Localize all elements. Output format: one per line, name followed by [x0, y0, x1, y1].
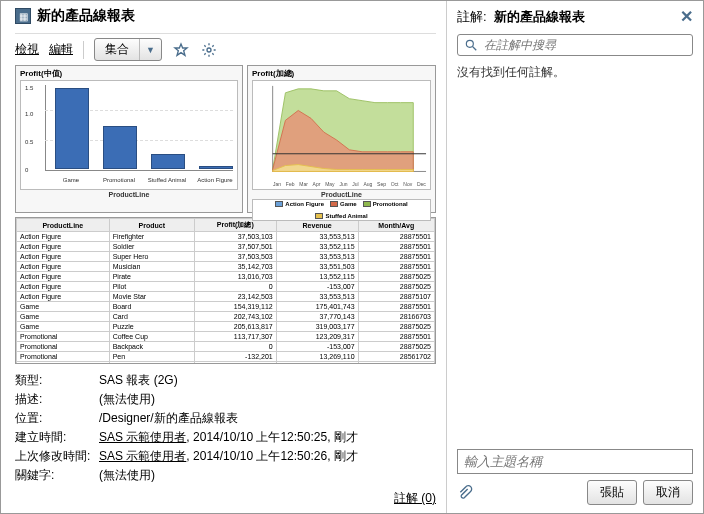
chevron-down-icon: ▼ [140, 39, 161, 60]
meta-location: /Designer/新的產品線報表 [99, 410, 238, 427]
chart-row: Profit(中值) 0 0.5 1.0 1.5 Game Promotiona… [15, 65, 436, 213]
report-icon: ▦ [15, 8, 31, 24]
table-row: PromotionalBackpack0-153,00728875025 [17, 342, 435, 352]
annotation-search[interactable] [457, 34, 693, 56]
data-table-wrap: ProductLineProductProfit(加總)RevenueMonth… [15, 217, 436, 364]
annotation-header: 註解: 新的產品線報表 ✕ [457, 7, 693, 26]
no-results-text: 沒有找到任何註解。 [457, 65, 565, 79]
bar-xlabel: ProductLine [20, 191, 238, 198]
table-row: PromotionalPlaque37,50333,55328875501 [17, 362, 435, 365]
view-link[interactable]: 檢視 [15, 41, 39, 58]
area-chart-title: Profit(加總) [252, 68, 431, 79]
table-row: Action FigureMovie Star23,142,50333,553,… [17, 292, 435, 302]
bar-stuffed [151, 154, 185, 169]
separator [83, 41, 84, 59]
star-icon[interactable] [172, 41, 190, 59]
table-row: Action FigurePirate13,016,70313,552,1152… [17, 272, 435, 282]
search-icon [464, 38, 478, 52]
attachment-icon[interactable] [457, 484, 473, 502]
set-dropdown[interactable]: 集合 ▼ [94, 38, 162, 61]
toolbar: 檢視 編輯 集合 ▼ [15, 33, 436, 61]
table-row: GamePuzzle205,613,817319,003,17728875025 [17, 322, 435, 332]
annotation-actions: 張貼 取消 [457, 480, 693, 505]
table-row: GameBoard154,319,112175,401,74328875501 [17, 302, 435, 312]
report-preview-pane: ▦ 新的產品線報表 檢視 編輯 集合 ▼ Profit(中值) 0 0.5 [1, 1, 447, 513]
bar-chart: Profit(中值) 0 0.5 1.0 1.5 Game Promotiona… [15, 65, 243, 213]
bar-promotional [103, 126, 137, 169]
metadata: 類型:SAS 報表 (2G) 描述:(無法使用) 位置:/Designer/新的… [15, 372, 436, 486]
bar-action [199, 166, 233, 169]
cancel-button[interactable]: 取消 [643, 480, 693, 505]
table-header: ProductLine [17, 219, 110, 232]
close-icon[interactable]: ✕ [680, 7, 693, 26]
data-table: ProductLineProductProfit(加總)RevenueMonth… [16, 218, 435, 364]
table-row: Action FigurePilot0-153,00728875025 [17, 282, 435, 292]
area-chart: Profit(加總) JanFebMarAprMayJunJulAugSepOc… [247, 65, 436, 213]
area-legend: Action Figure Game Promotional Stuffed A… [252, 199, 431, 221]
meta-modified: SAS 示範使用者, 2014/10/10 上午12:50:26, 剛才 [99, 448, 358, 465]
table-row: PromotionalCoffee Cup113,717,307123,209,… [17, 332, 435, 342]
area-xlabel: ProductLine [252, 191, 431, 198]
meta-type: SAS 報表 (2G) [99, 372, 178, 389]
svg-point-0 [207, 48, 211, 52]
annotation-pane: 註解: 新的產品線報表 ✕ 沒有找到任何註解。 張貼 取消 [447, 1, 703, 513]
edit-link[interactable]: 編輯 [49, 41, 73, 58]
title-bar: ▦ 新的產品線報表 [15, 7, 436, 25]
table-row: Action FigureMusician35,142,70333,551,50… [17, 262, 435, 272]
svg-point-7 [466, 40, 473, 47]
area-svg [253, 81, 430, 189]
meta-keywords: (無法使用) [99, 467, 155, 484]
bar-chart-title: Profit(中值) [20, 68, 238, 79]
table-row: Action FigureFirefighter37,503,10333,553… [17, 232, 435, 242]
table-header: Product [109, 219, 194, 232]
subject-input[interactable] [457, 449, 693, 474]
bar-game [55, 88, 89, 169]
meta-created: SAS 示範使用者, 2014/10/10 上午12:50:25, 剛才 [99, 429, 358, 446]
annotation-results: 沒有找到任何註解。 [457, 64, 693, 449]
table-row: Action FigureSuper Hero37,503,50333,553,… [17, 252, 435, 262]
table-row: GameCard202,743,10237,770,14328166703 [17, 312, 435, 322]
table-row: PromotionalPen-132,20113,269,11028561702 [17, 352, 435, 362]
bar-chart-body: 0 0.5 1.0 1.5 Game Promotional Stuffed A… [20, 80, 238, 190]
annotation-link[interactable]: 註解 (0) [394, 491, 436, 505]
annotation-link-row: 註解 (0) [15, 490, 436, 507]
area-chart-body: JanFebMarAprMayJunJulAugSepOctNovDec [252, 80, 431, 190]
meta-desc: (無法使用) [99, 391, 155, 408]
page-title: 新的產品線報表 [37, 7, 135, 25]
post-button[interactable]: 張貼 [587, 480, 637, 505]
search-input[interactable] [484, 38, 686, 52]
set-dropdown-label: 集合 [95, 39, 140, 60]
annotation-title: 註解: 新的產品線報表 [457, 8, 585, 26]
table-row: Action FigureSoldier37,507,50133,552,115… [17, 242, 435, 252]
svg-line-8 [473, 47, 477, 51]
gear-icon[interactable] [200, 41, 218, 59]
